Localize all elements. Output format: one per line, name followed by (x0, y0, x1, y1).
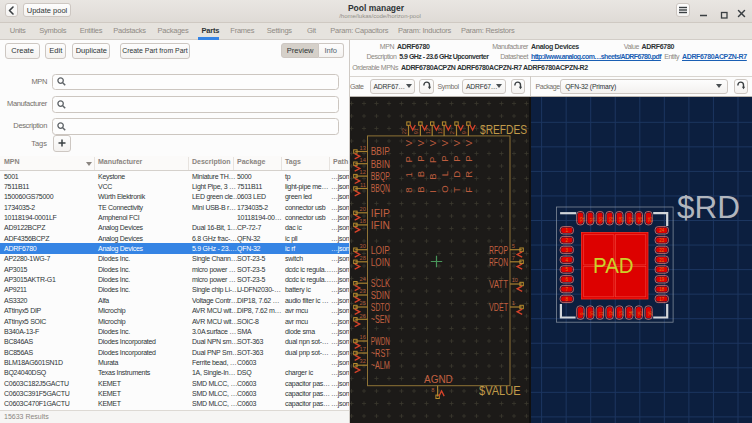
svg-text:24: 24 (359, 276, 365, 282)
svg-text:28: 28 (619, 216, 624, 222)
svg-text:1: 1 (511, 300, 514, 306)
svg-text:12: 12 (425, 128, 431, 134)
svg-text:22: 22 (401, 128, 407, 134)
svg-text:13: 13 (619, 310, 624, 316)
svg-text:IFIP: IFIP (370, 207, 389, 218)
svg-text:BBQN: BBQN (370, 183, 389, 194)
svg-text:21: 21 (659, 257, 665, 262)
svg-text:VDET: VDET (489, 300, 508, 312)
svg-text:LOIN: LOIN (370, 256, 389, 267)
svg-text:23: 23 (359, 288, 365, 294)
svg-text:BBIP: BBIP (370, 146, 389, 157)
svg-text:15: 15 (638, 310, 643, 316)
svg-text:1: 1 (566, 228, 569, 233)
svg-text:PWDN: PWDN (370, 335, 389, 346)
svg-text:25: 25 (359, 300, 365, 306)
svg-text:31: 31 (590, 216, 595, 222)
svg-text:3: 3 (566, 247, 569, 252)
svg-text:10: 10 (590, 310, 595, 316)
svg-text:~ALM: ~ALM (370, 360, 389, 371)
svg-text:30: 30 (359, 242, 365, 248)
svg-text:19: 19 (659, 277, 665, 282)
svg-text:20: 20 (659, 267, 665, 272)
svg-text:RFOP: RFOP (489, 243, 508, 255)
svg-text:~RST: ~RST (370, 347, 389, 358)
svg-text:14: 14 (629, 310, 634, 316)
svg-text:30: 30 (599, 216, 604, 222)
svg-text:5: 5 (511, 242, 514, 248)
svg-text:SDIN: SDIN (370, 289, 389, 300)
svg-text:25: 25 (648, 216, 653, 222)
svg-text:12: 12 (609, 310, 614, 316)
svg-text:16: 16 (648, 310, 653, 316)
svg-text:RFON: RFON (489, 255, 508, 267)
svg-text:$VALUE: $VALUE (479, 384, 520, 398)
svg-text:26: 26 (638, 216, 643, 222)
svg-text:2: 2 (566, 238, 569, 243)
svg-text:BBIN: BBIN (370, 158, 389, 169)
svg-text:IFIN: IFIN (370, 219, 389, 230)
svg-text:$RD: $RD (677, 190, 740, 225)
svg-text:$REFDES: $REFDES (480, 122, 527, 136)
svg-text:SDTO: SDTO (370, 301, 389, 312)
svg-text:18: 18 (659, 287, 665, 292)
svg-text:23: 23 (659, 238, 665, 243)
svg-text:BBQP: BBQP (370, 171, 389, 182)
svg-text:4: 4 (566, 257, 569, 262)
svg-text:91: 91 (413, 128, 419, 134)
svg-text:7: 7 (566, 287, 569, 292)
svg-text:17: 17 (359, 346, 365, 352)
svg-text:7: 7 (511, 255, 514, 261)
svg-text:12: 12 (359, 169, 365, 175)
svg-text:10: 10 (511, 277, 517, 283)
svg-text:9: 9 (461, 131, 467, 134)
svg-text:26: 26 (359, 312, 365, 318)
svg-text:11: 11 (599, 310, 604, 315)
svg-text:32: 32 (580, 216, 585, 222)
svg-text:2: 2 (449, 131, 455, 134)
svg-text:PAD: PAD (593, 252, 634, 277)
svg-text:18: 18 (359, 218, 365, 224)
svg-text:11: 11 (359, 181, 365, 187)
svg-text:13: 13 (437, 128, 443, 134)
svg-text:20: 20 (359, 206, 365, 212)
svg-text:22: 22 (659, 247, 665, 252)
svg-text:8: 8 (431, 387, 434, 393)
svg-text:SCLK: SCLK (370, 278, 389, 289)
svg-text:13: 13 (359, 144, 365, 150)
svg-text:AGND: AGND (424, 372, 453, 384)
svg-text:8: 8 (566, 296, 569, 301)
svg-text:9: 9 (580, 312, 585, 315)
svg-text:24: 24 (659, 228, 665, 233)
svg-text:6: 6 (566, 277, 569, 282)
svg-text:14: 14 (359, 156, 365, 162)
svg-text:28: 28 (359, 255, 365, 261)
svg-text:29: 29 (609, 216, 614, 222)
svg-text:16: 16 (359, 334, 365, 340)
svg-text:~SEN: ~SEN (370, 314, 389, 325)
svg-text:27: 27 (629, 216, 634, 222)
svg-text:LOIP: LOIP (370, 244, 389, 255)
svg-text:17: 17 (659, 296, 665, 301)
svg-text:VATT: VATT (489, 277, 508, 289)
svg-text:5: 5 (566, 267, 569, 272)
svg-text:32: 32 (359, 358, 365, 364)
